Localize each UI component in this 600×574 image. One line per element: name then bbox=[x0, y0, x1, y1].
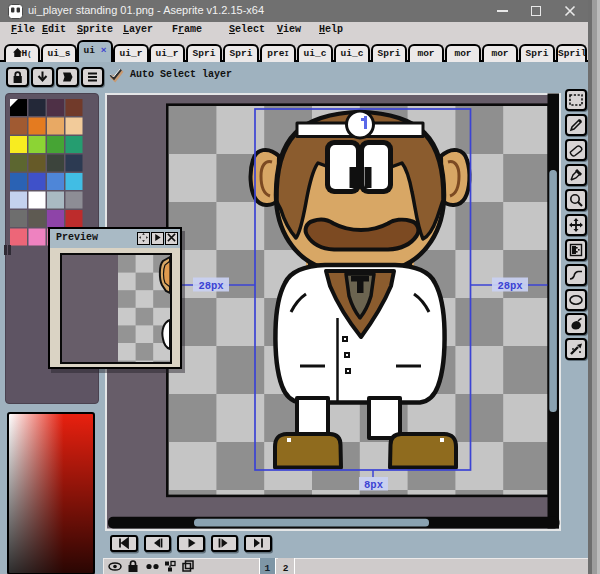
svg-text:8px: 8px bbox=[364, 479, 384, 491]
svg-text:28px: 28px bbox=[497, 280, 523, 292]
svg-text:28px: 28px bbox=[198, 280, 224, 292]
